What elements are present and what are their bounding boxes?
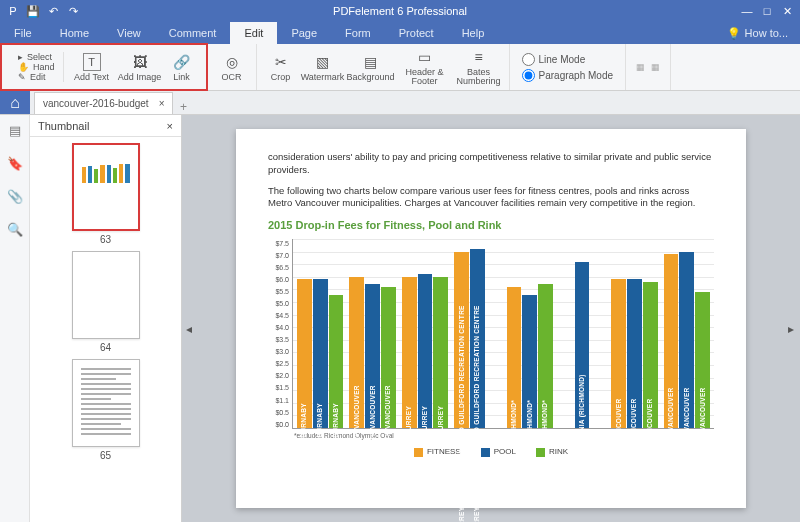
y-axis: $7.5$7.0$6.5$6.0$5.5$5.0$4.5$4.0$3.5$3.0… [268, 239, 292, 429]
menubar: File Home View Comment Edit Page Form Pr… [0, 22, 800, 44]
menu-page[interactable]: Page [277, 22, 331, 44]
align-icon-2[interactable]: ▦ [651, 62, 660, 72]
chart-plot: BURNABYBURNABYBURNABYNORTH VANCOUVERNORT… [292, 239, 714, 429]
link-button[interactable]: 🔗Link [164, 45, 200, 89]
quick-access: P 💾 ↶ ↷ [0, 5, 80, 18]
background-icon: ▤ [362, 53, 380, 71]
thumbnail-title: Thumbnail [38, 120, 89, 132]
tool-select[interactable]: ▸Select [18, 52, 55, 62]
document-tab[interactable]: vancouver-2016-budget × [34, 92, 173, 114]
header-footer-button[interactable]: ▭Header & Footer [395, 44, 455, 90]
crop-button[interactable]: ✂Crop [263, 44, 299, 90]
thumbnail-page[interactable]: 63 [72, 143, 140, 245]
menu-edit[interactable]: Edit [230, 22, 277, 44]
header-footer-icon: ▭ [416, 48, 434, 66]
link-icon: 🔗 [173, 53, 191, 71]
menu-protect[interactable]: Protect [385, 22, 448, 44]
chart: $7.5$7.0$6.5$6.0$5.5$5.0$4.5$4.0$3.5$3.0… [268, 239, 714, 429]
titlebar: P 💾 ↶ ↷ PDFelement 6 Professional — □ ✕ [0, 0, 800, 22]
attachment-icon[interactable]: 📎 [7, 189, 23, 204]
home-icon: ⌂ [10, 94, 20, 112]
workspace: ▤ 🔖 📎 🔍 Thumbnail × 63 64 65 ◂ ▸ [0, 115, 800, 522]
undo-icon[interactable]: ↶ [46, 5, 60, 18]
menu-file[interactable]: File [0, 22, 46, 44]
minimize-icon[interactable]: — [738, 5, 756, 18]
crop-icon: ✂ [272, 53, 290, 71]
watermark-icon: ▧ [314, 53, 332, 71]
line-mode-radio[interactable]: Line Mode [522, 53, 586, 66]
bookmark-icon[interactable]: 🔖 [7, 156, 23, 171]
add-image-button[interactable]: 🖼Add Image [116, 45, 164, 89]
align-icon-1[interactable]: ▦ [636, 62, 645, 72]
edit-icon: ✎ [18, 72, 26, 82]
body-text: The following two charts below compare v… [268, 185, 714, 211]
hand-icon: ✋ [18, 62, 29, 72]
thumbnail-page[interactable]: 65 [72, 359, 140, 461]
tabstrip: ⌂ vancouver-2016-budget × + [0, 91, 800, 115]
body-text: consideration users' ability to pay and … [268, 151, 714, 177]
prev-page-arrow[interactable]: ◂ [186, 319, 194, 339]
chart-legend: FITNESS POOL RINK [268, 447, 714, 458]
redo-icon[interactable]: ↷ [66, 5, 80, 18]
ribbon-edit-highlight: ▸Select ✋Hand ✎Edit TAdd Text 🖼Add Image… [0, 43, 208, 91]
ocr-icon: ◎ [223, 53, 241, 71]
close-icon[interactable]: ✕ [778, 5, 796, 18]
bulb-icon: 💡 [727, 27, 741, 40]
maximize-icon[interactable]: □ [758, 5, 776, 18]
cursor-icon: ▸ [18, 52, 23, 62]
app-title: PDFelement 6 Professional [333, 5, 467, 17]
add-text-button[interactable]: TAdd Text [68, 45, 116, 89]
tool-edit[interactable]: ✎Edit [18, 72, 55, 82]
tab-close-icon[interactable]: × [159, 98, 165, 109]
background-button[interactable]: ▤Background [347, 44, 395, 90]
add-tab-button[interactable]: + [173, 100, 193, 114]
chart-title: 2015 Drop-in Fees for Fitness, Pool and … [268, 218, 714, 233]
thumbnail-panel: Thumbnail × 63 64 65 [30, 115, 182, 522]
home-tab[interactable]: ⌂ [0, 91, 30, 114]
text-icon: T [83, 53, 101, 71]
how-to-link[interactable]: 💡How to... [727, 27, 800, 40]
thumbnail-page[interactable]: 64 [72, 251, 140, 353]
menu-view[interactable]: View [103, 22, 155, 44]
menu-help[interactable]: Help [448, 22, 499, 44]
image-icon: 🖼 [131, 53, 149, 71]
menu-form[interactable]: Form [331, 22, 385, 44]
next-page-arrow[interactable]: ▸ [788, 319, 796, 339]
document-page: consideration users' ability to pay and … [236, 129, 746, 508]
sidebar-iconstrip: ▤ 🔖 📎 🔍 [0, 115, 30, 522]
menu-comment[interactable]: Comment [155, 22, 231, 44]
ribbon: ▸Select ✋Hand ✎Edit TAdd Text 🖼Add Image… [0, 44, 800, 91]
tool-hand[interactable]: ✋Hand [18, 62, 55, 72]
app-icon: P [6, 5, 20, 18]
menu-home[interactable]: Home [46, 22, 103, 44]
thumbnail-close-icon[interactable]: × [167, 120, 173, 132]
search-icon[interactable]: 🔍 [7, 222, 23, 237]
bates-icon: ≡ [470, 48, 488, 66]
canvas-area: ◂ ▸ consideration users' ability to pay … [182, 115, 800, 522]
paragraph-mode-radio[interactable]: Paragraph Mode [522, 69, 614, 82]
save-icon[interactable]: 💾 [26, 5, 40, 18]
watermark-button[interactable]: ▧Watermark [299, 44, 347, 90]
thumbnails-icon[interactable]: ▤ [9, 123, 21, 138]
ocr-button[interactable]: ◎OCR [214, 44, 250, 90]
bates-button[interactable]: ≡Bates Numbering [455, 44, 503, 90]
